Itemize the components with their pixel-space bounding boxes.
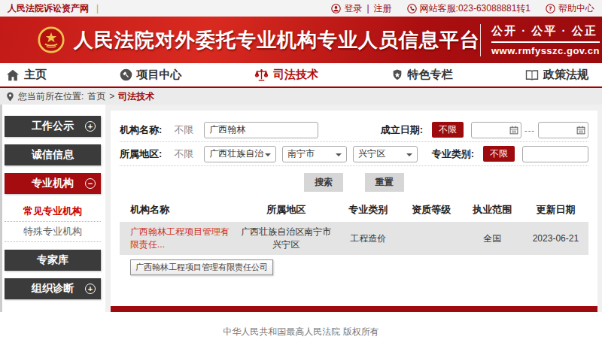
topbar-divider: | xyxy=(96,3,99,14)
region-unlimited[interactable]: 不限 xyxy=(174,147,193,161)
site-title: 人民法院对外委托专业机构专业人员信息平台 xyxy=(74,27,480,53)
top-utility-bar: 人民法院诉讼资产网 | 登录 | 注册 网站客服:023-63088881转1 … xyxy=(0,0,602,17)
date-from-input[interactable] xyxy=(471,122,521,138)
nav-home[interactable]: 主页 xyxy=(6,68,47,82)
customer-service[interactable]: 网站客服:023-63088881转1 xyxy=(407,2,531,15)
cell-scope: 全国 xyxy=(462,222,523,255)
site-url: www.rmfysszc.gov.cn xyxy=(491,45,600,56)
user-icon xyxy=(331,4,341,14)
org-name-label: 机构名称: xyxy=(120,123,162,137)
established-date-label: 成立日期: xyxy=(381,123,423,137)
home-icon xyxy=(6,69,20,81)
breadcrumb: 您当前所在位置: 首页 > 司法技术 xyxy=(0,88,602,105)
phone-icon xyxy=(407,4,417,14)
search-panel: 机构名称: 不限 成立日期: 不限 --- 所属地区: xyxy=(111,111,597,312)
sidebar-item-org-diagnosis[interactable]: 组织诊断 xyxy=(5,278,101,299)
svg-text:?: ? xyxy=(549,5,552,12)
col-qualification: 资质等级 xyxy=(401,198,462,222)
nav-special-column[interactable]: 特色专栏 xyxy=(391,68,453,82)
org-name-input[interactable] xyxy=(204,122,318,138)
sidebar-item-work-publicity[interactable]: 工作公示 xyxy=(5,116,101,137)
breadcrumb-home-link[interactable]: 首页 xyxy=(87,90,105,103)
province-select[interactable]: 广西壮族自治 xyxy=(204,146,276,162)
table-row: 广西翰林工程项目管理有限责任... 广西壮族自治区南宁市兴宁区 工程造价 全国 … xyxy=(120,222,588,255)
col-scope: 执业范围 xyxy=(462,198,523,222)
date-to-input[interactable] xyxy=(538,122,588,138)
banner-slogan-block: 公开 · 公平 · 公正 www.rmfysszc.gov.cn xyxy=(480,24,600,56)
sidebar-item-professional-org[interactable]: 专业机构 xyxy=(5,173,101,194)
cell-region: 广西壮族自治区南宁市兴宁区 xyxy=(237,222,336,255)
cell-qualification xyxy=(401,222,462,255)
col-updated: 更新日期 xyxy=(523,198,588,222)
copyright-text: 中华人民共和国最高人民法院 版权所有 xyxy=(223,326,379,338)
location-pin-icon xyxy=(6,92,14,102)
results-table: 机构名称 所属地区 专业类别 资质等级 执业范围 更新日期 广西翰林工程项目管理… xyxy=(120,198,588,255)
nav-judicial-tech[interactable]: 司法技术 xyxy=(254,68,318,82)
sidebar: 工作公示 诚信信息 专业机构 常见专业机构 特殊专业机构 专家库 组织诊断 xyxy=(2,105,105,312)
gavel-icon xyxy=(120,68,132,81)
main-nav: 主页 项目中心 司法技术 特色专栏 政策法规 xyxy=(0,63,602,88)
col-org-name: 机构名称 xyxy=(120,198,237,222)
content-area: 机构名称: 不限 成立日期: 不限 --- 所属地区: xyxy=(105,105,602,312)
scales-icon xyxy=(254,68,269,82)
sidebar-item-integrity-info[interactable]: 诚信信息 xyxy=(5,144,101,165)
col-category: 专业类别 xyxy=(336,198,401,222)
help-center-link[interactable]: ? 帮助中心 xyxy=(546,2,594,15)
sister-site-link[interactable]: 人民法院诉讼资产网 xyxy=(8,2,89,15)
badge-star-icon xyxy=(391,68,403,81)
org-name-unlimited[interactable]: 不限 xyxy=(174,123,193,137)
filter-row-region: 所属地区: 不限 广西壮族自治 南宁市 兴宁区 专业类别: 不限 xyxy=(120,142,588,166)
col-region: 所属地区 xyxy=(237,198,336,222)
breadcrumb-current: 司法技术 xyxy=(118,90,154,103)
question-icon: ? xyxy=(546,4,555,14)
sidebar-item-expert-pool[interactable]: 专家库 xyxy=(5,250,101,271)
court-emblem-icon xyxy=(38,26,65,53)
breadcrumb-prefix: 您当前所在位置: xyxy=(18,90,84,103)
cell-updated: 2023-06-21 xyxy=(523,222,588,255)
reset-button[interactable]: 重置 xyxy=(365,173,404,192)
minus-circle-icon xyxy=(85,178,96,189)
category-input[interactable] xyxy=(522,146,588,162)
breadcrumb-separator: > xyxy=(109,91,114,102)
book-icon xyxy=(525,69,539,81)
org-detail-link[interactable]: 广西翰林工程项目管理有限责任... xyxy=(130,226,230,250)
nav-project-center[interactable]: 项目中心 xyxy=(120,68,182,82)
login-register-sep: | xyxy=(366,3,369,14)
plus-circle-icon xyxy=(85,121,96,132)
established-unlimited-button[interactable]: 不限 xyxy=(432,122,464,138)
site-banner: 人民法院对外委托专业机构专业人员信息平台 公开 · 公平 · 公正 www.rm… xyxy=(0,17,602,63)
nav-policy[interactable]: 政策法规 xyxy=(525,68,588,82)
district-select[interactable]: 兴宁区 xyxy=(353,146,418,162)
slogan: 公开 · 公平 · 公正 xyxy=(491,24,600,43)
register-link[interactable]: 注册 xyxy=(374,2,392,15)
calendar-icon xyxy=(576,126,585,135)
search-button[interactable]: 搜索 xyxy=(304,173,343,192)
sidebar-submenu: 常见专业机构 特殊专业机构 xyxy=(5,202,101,242)
filter-row-org-name: 机构名称: 不限 成立日期: 不限 --- xyxy=(120,118,588,142)
filter-actions: 搜索 重置 xyxy=(120,166,588,198)
calendar-icon xyxy=(509,126,518,135)
org-name-tooltip: 广西翰林工程项目管理有限责任公司 xyxy=(130,259,273,275)
sidebar-subitem-common-org[interactable]: 常见专业机构 xyxy=(5,202,101,222)
category-unlimited-button[interactable]: 不限 xyxy=(483,146,515,162)
city-select[interactable]: 南宁市 xyxy=(282,146,347,162)
table-header-row: 机构名称 所属地区 专业类别 资质等级 执业范围 更新日期 xyxy=(120,198,588,222)
sidebar-subitem-special-org[interactable]: 特殊专业机构 xyxy=(5,222,101,242)
plus-circle-icon xyxy=(85,284,96,294)
region-label: 所属地区: xyxy=(120,147,162,161)
category-label: 专业类别: xyxy=(432,147,474,161)
login-link[interactable]: 登录 xyxy=(331,2,362,15)
footer: 中华人民共和国最高人民法院 版权所有 xyxy=(0,312,602,352)
date-range-separator: --- xyxy=(524,126,535,135)
cell-category: 工程造价 xyxy=(336,222,401,255)
